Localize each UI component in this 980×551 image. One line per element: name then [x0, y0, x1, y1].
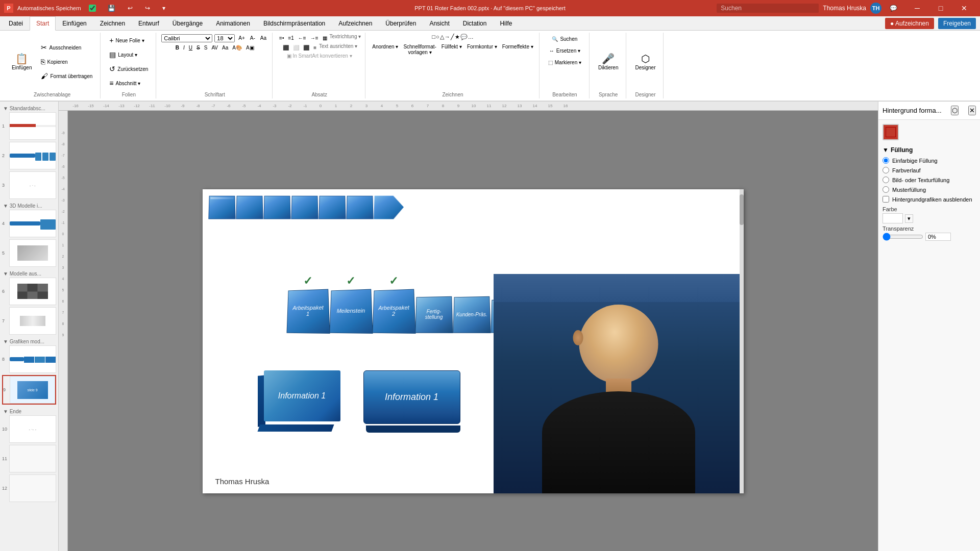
italic-button[interactable]: I [182, 43, 186, 52]
slide-page[interactable]: ✓ Arbeitspaket1 ✓ Meilenstein ✓ Arbeitsp… [203, 189, 744, 493]
undo-button[interactable]: ↩ [124, 4, 137, 13]
slide-group-grafiken-label[interactable]: ▼ Grafiken mod... [2, 337, 56, 345]
fill-option-solid[interactable]: Einfarbige Füllung [883, 156, 976, 165]
tab-start[interactable]: Start [30, 16, 56, 31]
aufzeichnen-button[interactable]: ● Aufzeichnen [885, 18, 934, 29]
slide-group-1-label[interactable]: ▼ Standardabsc... [2, 104, 56, 112]
video-overlay[interactable] [494, 274, 744, 493]
fill-option-texture[interactable]: Bild- oder Texturfüllung [883, 175, 976, 185]
tab-aufzeichnen[interactable]: Aufzeichnen [332, 16, 379, 31]
fill-radio-texture[interactable] [883, 177, 889, 183]
color-picker-button[interactable]: ▾ [905, 214, 913, 223]
cut-button[interactable]: ✂ Ausschneiden [37, 41, 96, 54]
autosave-toggle[interactable] [85, 5, 100, 12]
justify-button[interactable]: ≡ [312, 43, 318, 52]
slide-11-thumb[interactable] [9, 445, 56, 472]
slide-3-thumb[interactable]: - · - [9, 171, 56, 199]
bullet-list-button[interactable]: ≡• [278, 34, 285, 42]
customize-qat-button[interactable]: ▾ [158, 4, 169, 13]
increase-indent-button[interactable]: →≡ [309, 34, 320, 42]
format-transfer-button[interactable]: 🖌 Format übertragen [37, 69, 96, 83]
font-family-select[interactable]: Calibri [161, 34, 212, 42]
font-color-button[interactable]: A🎨 [231, 43, 243, 52]
slide-1-thumb[interactable] [9, 112, 56, 140]
decrease-font-button[interactable]: A- [249, 34, 257, 42]
maximize-button[interactable]: □ [929, 0, 952, 16]
fill-option-hide-graphics[interactable]: Hintergrundgrafiken ausblenden [883, 194, 976, 204]
strikethrough-button[interactable]: S [195, 43, 202, 52]
tab-einfuegen[interactable]: Einfügen [56, 16, 93, 31]
tab-ansicht[interactable]: Ansicht [423, 16, 456, 31]
right-panel-close-button[interactable]: ✕ [968, 106, 976, 115]
shape-more[interactable]: … [468, 34, 474, 40]
align-left-button[interactable]: ⬛ [281, 43, 290, 52]
canvas-scrollbar[interactable] [740, 189, 744, 493]
slide-4-thumb[interactable] [9, 210, 56, 237]
fill-option-pattern[interactable]: Musterfüllung [883, 185, 976, 194]
slide-9-thumb[interactable]: slide 9 [10, 376, 55, 404]
fuellung-button[interactable]: Füllfekt ▾ [440, 42, 463, 57]
char-spacing-button[interactable]: AV [210, 43, 219, 52]
slide-7-thumb[interactable] [9, 307, 56, 335]
tab-uebergaenge[interactable]: Übergänge [166, 16, 209, 31]
numbered-list-button[interactable]: ≡1 [286, 34, 295, 42]
save-button[interactable]: 💾 [104, 4, 119, 13]
diktieren-button[interactable]: 🎤 Diktieren [595, 51, 622, 73]
shadow-button[interactable]: S [203, 43, 209, 52]
fill-radio-gradient[interactable] [883, 167, 889, 173]
increase-font-button[interactable]: A+ [237, 34, 247, 42]
slide-10-thumb[interactable]: - ·- - [9, 415, 56, 443]
comments-button[interactable]: 💬 [886, 4, 901, 13]
slide-5-thumb[interactable] [9, 239, 56, 267]
redo-button[interactable]: ↪ [141, 4, 154, 13]
hide-graphics-checkbox[interactable] [883, 196, 889, 203]
column-button[interactable]: ▦ [321, 34, 329, 42]
align-center-button[interactable]: ⬜ [291, 43, 301, 52]
fill-radio-pattern[interactable] [883, 186, 889, 193]
copy-button[interactable]: ⎘ Kopieren [37, 55, 96, 68]
autosave-checkbox[interactable] [85, 5, 100, 12]
designer-button[interactable]: ⬡ Designer [631, 51, 659, 73]
tab-animationen[interactable]: Animationen [209, 16, 257, 31]
tab-datei[interactable]: Datei [2, 16, 30, 31]
font-size-select[interactable]: 18 [214, 34, 235, 42]
font-case-button[interactable]: Aa [220, 43, 230, 52]
schnellformatvorlage-button[interactable]: Schnellformat-vorlagen ▾ [402, 42, 437, 57]
paste-button[interactable]: 📋 Einfügen [8, 51, 35, 73]
suchen-button[interactable]: 🔍 Suchen [548, 34, 581, 44]
freigeben-button[interactable]: Freigeben [938, 18, 976, 29]
transparency-slider[interactable] [883, 233, 923, 241]
formeffekte-button[interactable]: Formeffekte ▾ [501, 42, 535, 57]
tab-ueberpruefen[interactable]: Überprüfen [379, 16, 423, 31]
shape-circle[interactable]: ○ [436, 34, 439, 40]
decrease-indent-button[interactable]: ←≡ [297, 34, 308, 42]
slide-group-ende-label[interactable]: ▼ Ende [2, 407, 56, 415]
color-swatch[interactable] [883, 213, 903, 223]
fill-option-gradient[interactable]: Farbverlauf [883, 165, 976, 175]
slide-2-thumb[interactable] [9, 142, 56, 169]
ersetzen-button[interactable]: ↔ Ersetzen ▾ [546, 45, 584, 56]
close-button[interactable]: ✕ [952, 0, 976, 16]
right-panel-expand-button[interactable]: ⬡ [951, 106, 959, 115]
shape-callout[interactable]: 💬 [460, 34, 468, 40]
search-input[interactable] [717, 4, 819, 13]
slide-8-thumb[interactable] [9, 345, 56, 373]
tab-zeichnen[interactable]: Zeichnen [93, 16, 132, 31]
formkontour-button[interactable]: Formkontur ▾ [465, 42, 499, 57]
bold-button[interactable]: B [174, 43, 181, 52]
align-right-button[interactable]: ⬛ [302, 43, 311, 52]
shape-star[interactable]: ★ [455, 34, 460, 40]
tab-praesentation[interactable]: Bildschirmpräsentation [257, 16, 332, 31]
tab-dictation[interactable]: Dictation [456, 16, 494, 31]
transparency-input[interactable] [925, 233, 951, 241]
markieren-button[interactable]: ⬚ Markieren ▾ [545, 57, 585, 68]
minimize-button[interactable]: ─ [905, 0, 929, 16]
layout-button[interactable]: ▤ Layout ▾ [106, 48, 152, 61]
fill-color-button[interactable] [883, 124, 899, 140]
zuruecksetzen-button[interactable]: ↺ Zurücksetzen [106, 62, 152, 76]
anordnen-button[interactable]: Anordnen ▾ [371, 42, 400, 57]
highlight-button[interactable]: A▣ [244, 43, 256, 52]
slide-group-3d-label[interactable]: ▼ 3D Modelle i... [2, 201, 56, 210]
neue-folie-button[interactable]: + Neue Folie ▾ [106, 34, 152, 47]
slide-12-thumb[interactable] [9, 474, 56, 502]
